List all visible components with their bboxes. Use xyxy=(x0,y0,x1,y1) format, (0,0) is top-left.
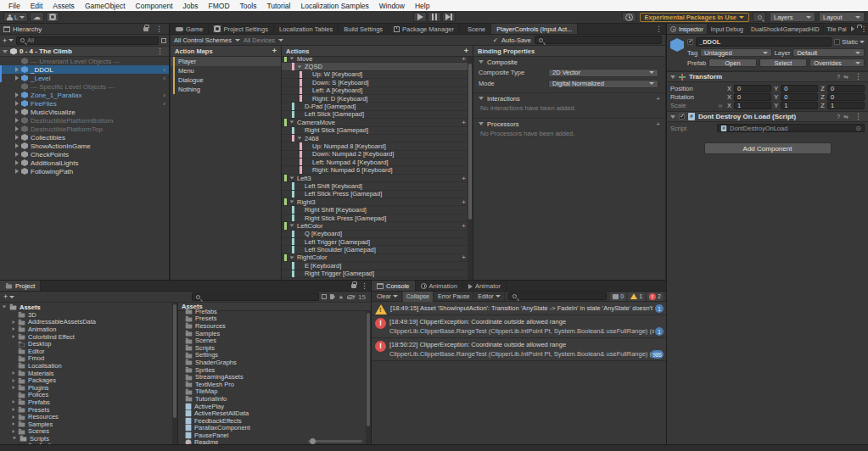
asset-item[interactable]: ActivePlay xyxy=(178,403,371,410)
presets-icon[interactable]: ⇋ xyxy=(843,114,848,120)
action-row[interactable]: 2468 + xyxy=(282,135,473,142)
error-pause-toggle[interactable]: Error Pause xyxy=(434,292,473,302)
hierarchy-item[interactable]: ShowActionInGame › xyxy=(0,142,169,150)
editor-dropdown[interactable]: Editor xyxy=(474,292,504,302)
pause-button[interactable] xyxy=(428,12,441,22)
foldout-icon[interactable] xyxy=(13,327,15,331)
action-row[interactable]: Right Stick Press [Gamepad] + xyxy=(282,214,473,222)
project-tree-item[interactable]: Polices xyxy=(0,392,177,399)
foldout-icon[interactable] xyxy=(13,371,15,375)
foldout-icon[interactable] xyxy=(290,121,294,124)
search-by-label-icon[interactable] xyxy=(330,294,335,299)
foldout-icon[interactable] xyxy=(13,400,15,404)
project-tree-item[interactable]: Prefabs xyxy=(0,398,177,406)
action-row[interactable]: Left Stick Press [Gamepad] + xyxy=(282,191,473,198)
hierarchy-item[interactable]: _Level › xyxy=(0,74,169,82)
static-checkbox[interactable] xyxy=(834,39,840,45)
component-enabled-checkbox[interactable] xyxy=(679,114,685,120)
foldout-icon[interactable] xyxy=(15,143,19,148)
foldout-icon[interactable] xyxy=(15,118,19,123)
menu-item[interactable]: Tools xyxy=(235,2,262,10)
prefab-open-button[interactable]: Open xyxy=(708,58,757,67)
asset-item[interactable]: Samples xyxy=(178,330,371,337)
scale-link-icon[interactable]: ∞ xyxy=(716,103,725,109)
foldout-icon[interactable] xyxy=(15,152,19,157)
action-row[interactable]: Left3 + xyxy=(282,175,473,182)
actions-search-input[interactable] xyxy=(535,36,662,44)
action-row[interactable]: Right: D [Keyboard] + xyxy=(282,95,473,103)
action-row[interactable]: Q [Keyboard] + xyxy=(282,231,473,238)
menu-item[interactable]: FMOD xyxy=(204,2,235,10)
project-tree-item[interactable]: Scenes xyxy=(0,428,177,436)
project-tree-item[interactable]: Presets xyxy=(0,406,177,414)
asset-item[interactable]: ParallaxComponent xyxy=(178,425,371,432)
menu-item[interactable]: Window xyxy=(374,2,410,10)
foldout-icon[interactable] xyxy=(290,58,294,60)
foldout-icon[interactable] xyxy=(479,97,484,100)
hierarchy-item[interactable]: AdditionalLights › xyxy=(0,159,169,167)
menu-item[interactable]: Assets xyxy=(48,2,80,10)
menu-item[interactable]: Tutorial xyxy=(261,2,295,10)
transform-component-header[interactable]: Transform ? ⇋ ⋮ xyxy=(667,71,868,82)
project-tree-item[interactable]: Scripts xyxy=(0,435,177,443)
project-tree-item[interactable]: 3D xyxy=(0,311,177,319)
foldout-icon[interactable] xyxy=(298,136,302,139)
action-row[interactable]: RightColor + xyxy=(282,254,473,262)
tag-dropdown[interactable]: Untagged xyxy=(700,48,772,57)
cloud-button[interactable]: ☁ xyxy=(30,12,44,22)
error-count-badge[interactable]: ! 2 xyxy=(647,292,664,301)
services-button[interactable] xyxy=(46,12,59,22)
menu-item[interactable]: Component xyxy=(131,2,178,10)
asset-item[interactable]: Scenes xyxy=(178,337,371,344)
clear-button[interactable]: Clear xyxy=(373,292,402,302)
foldout-icon[interactable] xyxy=(15,160,19,165)
layout-dropdown[interactable]: Layout xyxy=(819,12,865,22)
inspector-tab[interactable]: Inspector xyxy=(667,24,708,34)
add-processor-button[interactable]: + xyxy=(657,120,660,128)
foldout-icon[interactable] xyxy=(13,422,15,426)
asset-item[interactable]: Prefabs xyxy=(178,308,371,315)
menu-item[interactable]: File xyxy=(3,2,25,10)
account-button[interactable]: L xyxy=(3,12,28,22)
console-entry[interactable]: ! [18:50:22] ClipperException: Coordinat… xyxy=(372,338,666,361)
lock-icon[interactable] xyxy=(143,27,148,31)
hierarchy-item[interactable]: DestructiblePlatformBottom › xyxy=(0,116,169,125)
menu-item[interactable]: Jobs xyxy=(178,2,204,10)
menu-item[interactable]: Edit xyxy=(25,2,48,10)
help-icon[interactable]: ? xyxy=(837,74,840,80)
foldout-icon[interactable] xyxy=(290,176,294,179)
thumbnail-zoom-slider[interactable] xyxy=(308,440,362,443)
kebab-menu-icon[interactable]: ⋮ xyxy=(652,25,665,33)
action-row[interactable]: Right: Numpad 6 [Keyboard] + xyxy=(282,166,473,174)
action-row[interactable]: Left Shoulder [Gamepad] + xyxy=(282,246,473,253)
foldout-icon[interactable] xyxy=(15,92,19,97)
help-icon[interactable]: ? xyxy=(837,114,840,120)
project-tree-item[interactable]: Packages xyxy=(0,376,177,384)
action-row[interactable]: Right3 + xyxy=(282,198,473,206)
add-interaction-button[interactable]: + xyxy=(657,95,660,103)
inspector-tab[interactable]: Tile Pal xyxy=(824,24,851,34)
hierarchy-item[interactable]: Collectibles › xyxy=(0,133,169,142)
action-row[interactable]: E [Keyboard] + xyxy=(282,262,473,270)
add-binding-icon[interactable]: + xyxy=(462,119,466,126)
lock-icon[interactable] xyxy=(351,284,356,288)
add-binding-icon[interactable]: + xyxy=(462,175,466,182)
action-row[interactable]: Down: Numpad 2 [Keyboard] + xyxy=(282,151,473,159)
hierarchy-item[interactable]: Zone_1_Parallax › xyxy=(0,91,169,99)
prefab-open-arrow-icon[interactable]: › xyxy=(163,100,165,108)
presets-icon[interactable]: ⇋ xyxy=(843,74,848,81)
foldout-icon[interactable] xyxy=(15,135,19,140)
action-map-item[interactable]: Nothing xyxy=(171,85,281,94)
auto-save-check-icon[interactable]: ✓ xyxy=(493,36,498,44)
axis-z-field[interactable]: 0 xyxy=(827,93,865,101)
console-entry[interactable]: [18:49:15] Asset 'ShowInputAction': Tran… xyxy=(372,302,666,315)
chevron-down-icon[interactable] xyxy=(860,41,865,43)
action-row[interactable]: Up: Numpad 8 [Keyboard] + xyxy=(282,142,473,150)
create-object-button[interactable]: + xyxy=(3,36,14,45)
action-map-item[interactable]: Menu xyxy=(171,66,281,75)
kebab-menu-icon[interactable]: ⋮ xyxy=(852,73,865,81)
project-tree-item[interactable]: Localisation xyxy=(0,362,177,370)
project-tree-item[interactable]: AddressableAssetsData xyxy=(0,319,177,326)
console-search-input[interactable] xyxy=(508,292,608,300)
step-button[interactable] xyxy=(442,12,456,22)
